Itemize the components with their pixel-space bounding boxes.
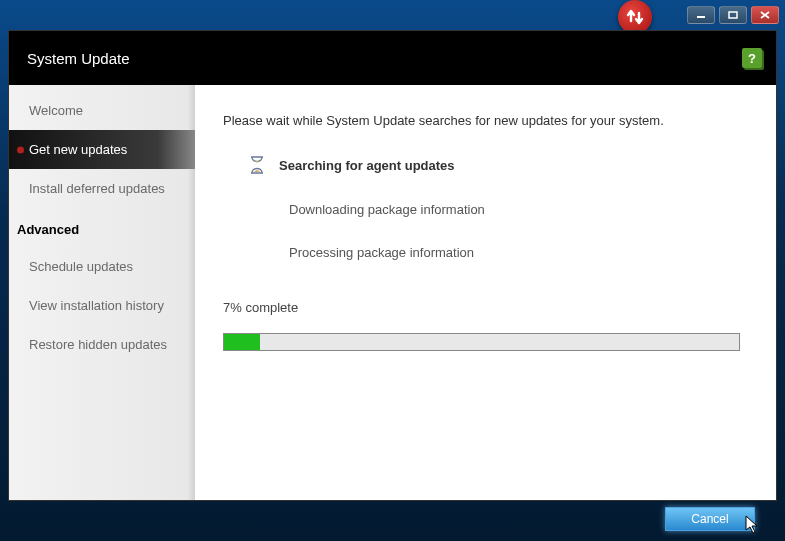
sidebar-item-label: Schedule updates <box>29 259 133 274</box>
help-icon[interactable]: ? <box>742 48 762 68</box>
progress-bar <box>223 333 740 351</box>
app-titlebar: System Update ? <box>9 31 776 85</box>
step-processing: Processing package information <box>289 245 740 260</box>
sidebar-item-schedule-updates[interactable]: Schedule updates <box>9 247 195 286</box>
maximize-button[interactable] <box>719 6 747 24</box>
sidebar-item-label: Welcome <box>29 103 83 118</box>
status-heading: Searching for agent updates <box>279 158 455 173</box>
os-titlebar <box>0 0 785 30</box>
sidebar-item-install-deferred[interactable]: Install deferred updates <box>9 169 195 208</box>
cancel-button[interactable]: Cancel <box>665 507 755 531</box>
sidebar-item-label: View installation history <box>29 298 164 313</box>
intro-text: Please wait while System Update searches… <box>223 113 740 128</box>
app-title: System Update <box>27 50 130 67</box>
hourglass-icon <box>249 156 265 174</box>
sidebar-item-label: Install deferred updates <box>29 181 165 196</box>
sidebar-item-view-history[interactable]: View installation history <box>9 286 195 325</box>
step-downloading: Downloading package information <box>289 202 740 217</box>
app-window: System Update ? Welcome Get new updates … <box>8 30 777 501</box>
close-button[interactable] <box>751 6 779 24</box>
progress-fill <box>224 334 260 350</box>
svg-rect-1 <box>729 12 737 18</box>
sidebar: Welcome Get new updates Install deferred… <box>9 85 195 500</box>
cancel-button-label: Cancel <box>691 512 728 526</box>
sidebar-item-restore-hidden[interactable]: Restore hidden updates <box>9 325 195 364</box>
sidebar-item-welcome[interactable]: Welcome <box>9 91 195 130</box>
update-arrows-icon <box>618 0 652 34</box>
footer: Cancel <box>8 503 777 535</box>
sidebar-item-label: Get new updates <box>29 142 127 157</box>
minimize-button[interactable] <box>687 6 715 24</box>
main-panel: Please wait while System Update searches… <box>195 85 776 500</box>
app-body: Welcome Get new updates Install deferred… <box>9 85 776 500</box>
progress-text: 7% complete <box>223 300 740 315</box>
sidebar-item-get-new-updates[interactable]: Get new updates <box>9 130 195 169</box>
sidebar-item-label: Restore hidden updates <box>29 337 167 352</box>
sidebar-section-advanced: Advanced <box>9 208 195 247</box>
